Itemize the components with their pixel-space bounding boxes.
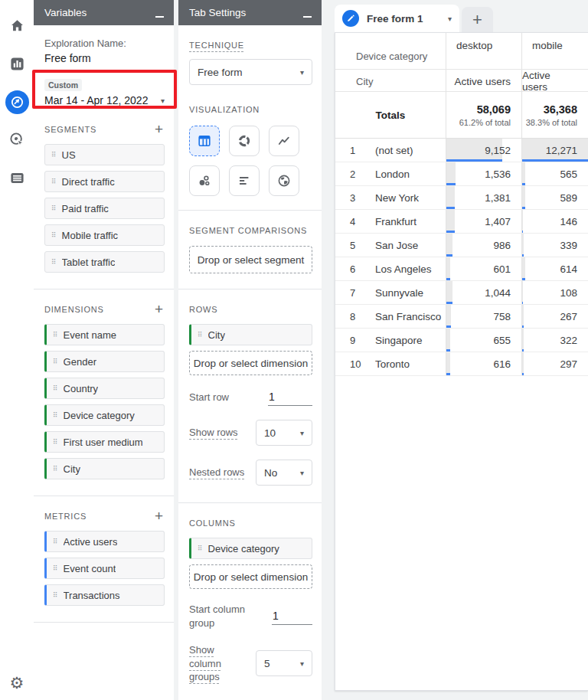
start-row-input[interactable]: 1: [268, 389, 312, 406]
rows-dimension-dropzone[interactable]: Drop or select dimension: [189, 351, 312, 375]
minimize-tab-settings-button[interactable]: [303, 8, 312, 18]
show-rows-value: 10: [264, 427, 276, 439]
row-rank: 5: [335, 240, 375, 251]
show-rows-select[interactable]: 10 ▾: [256, 420, 312, 446]
cell-value: 297: [560, 358, 577, 370]
date-range-block[interactable]: Custom Mar 14 - Apr 12, 2022 ▾: [44, 77, 165, 106]
row-label-cell: 4Frankfurt: [335, 210, 446, 233]
segment-dropzone[interactable]: Drop or select segment: [189, 246, 312, 273]
variables-panel-title: Variables: [44, 7, 87, 18]
rows-dimension-chip[interactable]: ⠿City: [189, 324, 312, 345]
cell-value: 986: [493, 240, 511, 251]
row-rank: 3: [335, 192, 375, 204]
show-column-groups-select[interactable]: 5 ▾: [256, 650, 312, 676]
column-header: desktop: [446, 33, 522, 69]
row-label-cell: 8San Francisco: [335, 305, 446, 328]
nested-rows-label: Nested rows: [189, 466, 244, 479]
bar-background: [522, 352, 524, 375]
bar-background: [446, 352, 450, 375]
scatter-viz-icon[interactable]: [189, 165, 220, 196]
drag-handle-icon: ⠿: [53, 411, 57, 419]
drag-handle-icon: ⠿: [51, 204, 56, 212]
bar-background: [446, 210, 455, 233]
segment-chip[interactable]: ⠿Tablet traffic: [44, 251, 165, 273]
segment-chip[interactable]: ⠿Paid traffic: [44, 198, 165, 219]
dimension-chip[interactable]: ⠿Event name: [44, 324, 165, 345]
start-column-group-input[interactable]: 1: [272, 608, 312, 625]
chip-label: First user medium: [64, 437, 143, 448]
advertising-icon[interactable]: [4, 126, 30, 152]
bar-background: [446, 186, 455, 209]
value-cell: 9,152: [446, 139, 522, 162]
metric-chip[interactable]: ⠿Event count: [44, 558, 165, 579]
row-city: Singapore: [375, 335, 423, 346]
chip-label: Mobile traffic: [62, 230, 118, 241]
bar-indicator: [522, 349, 524, 352]
donut-viz-icon[interactable]: [229, 126, 260, 156]
metric-chip[interactable]: ⠿Active users: [44, 531, 165, 552]
columns-dimension-chip[interactable]: ⠿Device category: [189, 538, 312, 559]
value-cell: 655: [446, 329, 522, 352]
table-viz-icon[interactable]: [189, 126, 220, 156]
dimension-chip[interactable]: ⠿Gender: [44, 351, 165, 372]
reports-icon[interactable]: [4, 51, 30, 77]
show-column-groups-label: Show column groups: [189, 643, 244, 684]
library-icon[interactable]: [4, 165, 30, 191]
minimize-variables-button[interactable]: [155, 8, 165, 18]
settings-gear-icon[interactable]: ⚙: [10, 674, 24, 692]
chip-label: US: [62, 149, 76, 161]
drag-handle-icon: ⠿: [51, 151, 56, 159]
cell-value: 9,152: [485, 145, 511, 156]
explore-icon[interactable]: [5, 90, 29, 114]
columns-dimension-dropzone[interactable]: Drop or select dimension: [189, 564, 312, 589]
columns-section: COLUMNS ⠿Device category Drop or select …: [178, 502, 322, 700]
date-range-selector[interactable]: Mar 14 - Apr 12, 2022 ▾: [44, 94, 165, 106]
bar-indicator: [522, 207, 525, 209]
value-cell: 267: [522, 305, 588, 328]
table-row: 2London1,536565: [335, 162, 588, 186]
bar-viz-icon[interactable]: [229, 165, 260, 196]
chip-label: Event name: [64, 329, 116, 341]
metrics-list: ⠿Active users⠿Event count⠿Transactions: [44, 531, 165, 606]
drag-handle-icon: ⠿: [51, 178, 56, 185]
dimensions-label: DIMENSIONS: [44, 305, 104, 314]
metric-header: Active users: [522, 70, 588, 93]
cell-value: 1,407: [485, 216, 511, 227]
add-dimension-button[interactable]: +: [153, 302, 165, 316]
chip-label: Device category: [208, 543, 279, 554]
bar-background: [522, 162, 525, 185]
metric-chip[interactable]: ⠿Transactions: [44, 584, 165, 606]
add-metric-button[interactable]: +: [153, 509, 165, 523]
bar-indicator: [522, 302, 523, 304]
value-cell: 616: [446, 352, 522, 375]
tab-settings-panel: Tab Settings TECHNIQUE Free form ▾ VISUA…: [178, 0, 322, 700]
dimension-chip[interactable]: ⠿Device category: [44, 404, 165, 426]
segment-chip[interactable]: ⠿Direct traffic: [44, 171, 165, 192]
totals-cell: 58,06961.2% of total: [446, 92, 522, 138]
cell-value: 589: [560, 192, 577, 204]
add-segment-button[interactable]: +: [153, 122, 165, 136]
table-row: 7Sunnyvale1,044108: [335, 281, 588, 305]
line-viz-icon[interactable]: [269, 126, 299, 156]
dimension-chip[interactable]: ⠿First user medium: [44, 431, 165, 453]
tab-free-form-1[interactable]: Free form 1 ▾: [335, 5, 459, 32]
row-rank: 2: [335, 168, 375, 180]
table-row: 9Singapore655322: [335, 329, 588, 352]
nested-rows-select[interactable]: No ▾: [256, 460, 312, 486]
visualization-grid: [189, 126, 312, 196]
bar-indicator: [446, 302, 452, 304]
bar-background: [522, 234, 524, 257]
segment-chip[interactable]: ⠿Mobile traffic: [44, 224, 165, 246]
exploration-name-value[interactable]: Free form: [44, 52, 165, 64]
segment-chip[interactable]: ⠿US: [44, 144, 165, 165]
row-label-cell: 5San Jose: [335, 234, 446, 257]
geo-viz-icon[interactable]: [269, 165, 299, 196]
add-tab-button[interactable]: +: [462, 7, 493, 32]
home-icon[interactable]: [4, 12, 30, 38]
column-dimension-label: Device category: [335, 33, 446, 69]
chip-label: Gender: [64, 356, 96, 368]
dimension-chip[interactable]: ⠿Country: [44, 378, 165, 399]
bar-indicator: [446, 373, 450, 375]
dimension-chip[interactable]: ⠿City: [44, 458, 165, 479]
technique-select[interactable]: Free form ▾: [189, 59, 312, 85]
